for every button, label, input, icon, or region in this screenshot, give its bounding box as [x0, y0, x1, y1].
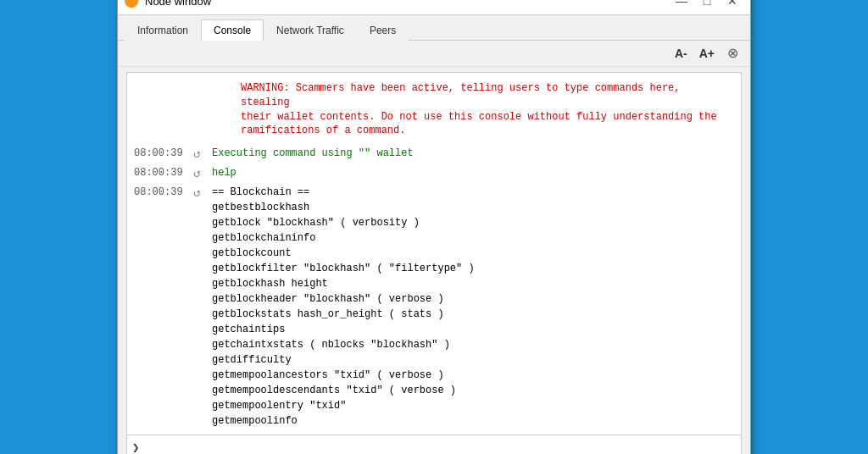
tab-bar: Information Console Network Traffic Peer… [118, 15, 750, 41]
command-prompt-icon: ❯ [132, 440, 139, 454]
clear-console-button[interactable]: ⊗ [723, 44, 742, 63]
command-input[interactable] [144, 442, 736, 454]
log-content: == Blockchain == getbestblockhash getblo… [212, 185, 475, 429]
log-content: Executing command using "" wallet [212, 146, 414, 161]
minimize-button[interactable]: — [670, 0, 693, 10]
log-entry: 08:00:39↺Executing command using "" wall… [131, 145, 737, 164]
app-icon [125, 0, 138, 8]
console-output[interactable]: WARNING: Scammers have been active, tell… [127, 73, 741, 435]
log-time: 08:00:39 [134, 146, 193, 161]
tab-information[interactable]: Information [125, 19, 201, 41]
window-title: Node window [145, 0, 670, 8]
log-container: 08:00:39↺Executing command using "" wall… [131, 145, 737, 429]
title-bar: Node window — □ ✕ [118, 0, 750, 15]
log-icon: ↺ [193, 165, 212, 183]
node-window: Node window — □ ✕ Information Console Ne… [117, 0, 751, 454]
log-icon: ↺ [193, 146, 212, 163]
command-bar: ❯ [127, 435, 741, 454]
tab-peers[interactable]: Peers [357, 19, 409, 41]
log-entry: 08:00:39↺help [131, 164, 737, 184]
console-toolbar: A- A+ ⊗ [118, 41, 750, 67]
log-time: 08:00:39 [134, 185, 193, 200]
log-time: 08:00:39 [134, 165, 193, 180]
font-decrease-button[interactable]: A- [671, 45, 691, 62]
log-entry: 08:00:39↺== Blockchain == getbestblockha… [131, 184, 737, 429]
log-content: help [212, 165, 236, 180]
tab-console[interactable]: Console [201, 19, 264, 41]
font-increase-button[interactable]: A+ [696, 45, 718, 62]
window-controls: — □ ✕ [670, 0, 743, 10]
tab-network-traffic[interactable]: Network Traffic [264, 19, 357, 41]
warning-message: WARNING: Scammers have been active, tell… [131, 78, 737, 141]
maximize-button[interactable]: □ [696, 0, 718, 10]
console-area: WARNING: Scammers have been active, tell… [126, 72, 742, 454]
close-button[interactable]: ✕ [721, 0, 743, 10]
log-icon: ↺ [193, 185, 212, 202]
